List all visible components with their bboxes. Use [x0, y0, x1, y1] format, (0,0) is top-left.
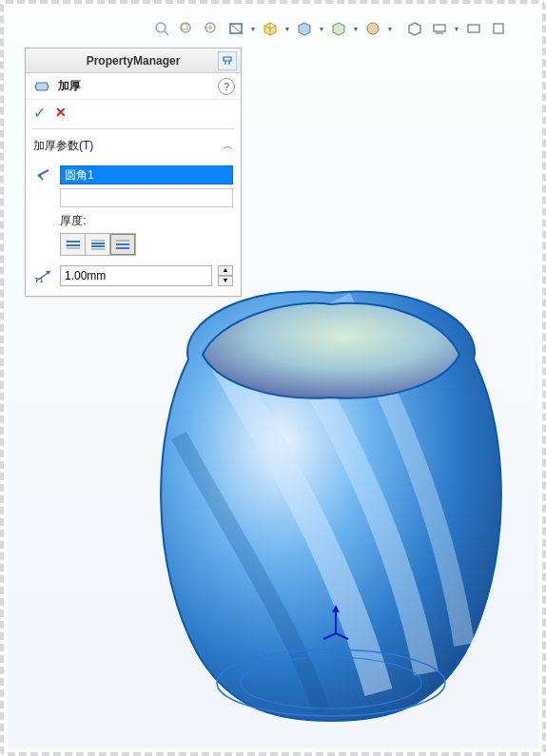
- svg-point-7: [367, 23, 379, 34]
- svg-rect-8: [434, 25, 445, 31]
- render-icon[interactable]: [462, 17, 485, 40]
- svg-point-12: [217, 649, 445, 716]
- spinner-up-button[interactable]: ▲: [218, 265, 233, 276]
- svg-rect-10: [468, 25, 479, 32]
- surface-selection-field[interactable]: 圆角1: [60, 165, 233, 184]
- property-manager-panel: PropertyManager 加厚 ? ✓ ✕ 加厚参数(T) ︿: [25, 48, 242, 297]
- svg-rect-11: [494, 24, 503, 33]
- orient-dropdown-icon[interactable]: ▼: [283, 17, 291, 40]
- zoom-previous-icon[interactable]: [200, 17, 223, 40]
- panel-title-bar: PropertyManager: [26, 48, 241, 73]
- svg-text:T1: T1: [34, 276, 44, 284]
- section-dropdown-icon[interactable]: ▼: [249, 17, 257, 40]
- svg-line-17: [336, 633, 348, 639]
- svg-point-13: [241, 657, 421, 708]
- collapse-chevron-icon: ︿: [223, 139, 233, 153]
- side1-button[interactable]: [61, 234, 86, 255]
- panel-title-text: PropertyManager: [87, 54, 181, 68]
- display-style-icon[interactable]: [293, 17, 316, 40]
- appearance-icon[interactable]: [361, 17, 384, 40]
- section-view-icon[interactable]: [224, 17, 247, 40]
- hide-dropdown-icon[interactable]: ▼: [352, 17, 360, 40]
- thickness-dimension-icon: T1: [33, 267, 54, 284]
- scene-icon[interactable]: [403, 17, 426, 40]
- parameters-group-label: 加厚参数(T): [33, 138, 93, 154]
- parameters-group-header[interactable]: 加厚参数(T) ︿: [26, 134, 241, 158]
- thickness-value-input[interactable]: [60, 265, 212, 286]
- thickness-spinner: ▲ ▼: [218, 265, 233, 286]
- svg-line-16: [323, 633, 336, 639]
- appearance-dropdown-icon[interactable]: ▼: [386, 17, 394, 40]
- svg-marker-15: [332, 605, 340, 612]
- side2-button[interactable]: [110, 234, 135, 255]
- thickness-side-toggle: [60, 233, 136, 256]
- surface-selection-icon: [33, 166, 54, 184]
- display-dropdown-icon[interactable]: ▼: [318, 17, 325, 40]
- selection-value: 圆角1: [65, 167, 94, 184]
- hide-show-icon[interactable]: [327, 17, 350, 40]
- svg-line-6: [230, 24, 242, 33]
- view-toolbar: ▼ ▼ ▼ ▼ ▼ ▼: [150, 15, 519, 42]
- svg-line-1: [165, 31, 168, 35]
- feature-header: 加厚 ?: [26, 73, 241, 100]
- origin-triad-icon: [322, 605, 350, 641]
- fullscreen-icon[interactable]: [487, 17, 510, 40]
- svg-marker-18: [37, 173, 41, 178]
- parameters-group-body: 圆角1 厚度: T1: [26, 158, 241, 296]
- confirm-row: ✓ ✕: [26, 100, 241, 125]
- ok-button[interactable]: ✓: [33, 104, 46, 122]
- zoom-area-icon[interactable]: [175, 17, 198, 40]
- both-sides-button[interactable]: [86, 234, 110, 255]
- zoom-fit-icon[interactable]: [150, 17, 173, 40]
- spinner-down-button[interactable]: ▼: [218, 276, 233, 286]
- help-button[interactable]: ?: [218, 78, 235, 95]
- settings-dropdown-icon[interactable]: ▼: [453, 17, 460, 40]
- cancel-button[interactable]: ✕: [55, 105, 67, 120]
- view-orientation-icon[interactable]: [259, 17, 282, 40]
- selection-list-empty-row[interactable]: [60, 188, 233, 207]
- feature-name-label: 加厚: [58, 78, 212, 94]
- pin-panel-button[interactable]: [218, 51, 237, 70]
- svg-point-0: [156, 23, 166, 32]
- view-settings-icon[interactable]: [428, 17, 451, 40]
- thickness-label: 厚度:: [60, 213, 233, 229]
- thicken-feature-icon: [31, 78, 52, 95]
